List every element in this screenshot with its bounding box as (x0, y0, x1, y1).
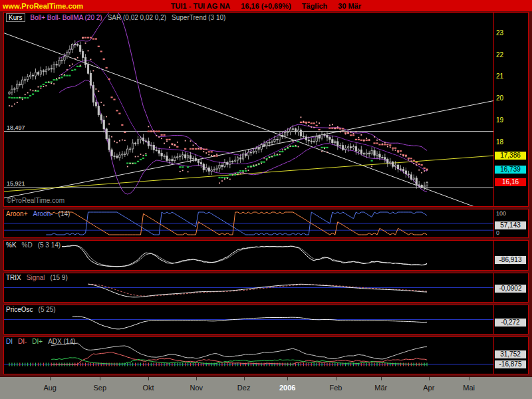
time-axis-tick (244, 377, 245, 380)
price-axis-label: 23 (496, 29, 503, 37)
adx-panel-labels: DIDI-DI+ADX (14) (6, 338, 75, 345)
indicator-label[interactable]: Boll+ Boll- BollMA (20 2) (31, 14, 102, 21)
price-axis-label: 18 (496, 138, 503, 146)
indicator-label[interactable]: SuperTrend (3 10) (172, 14, 225, 21)
brand-link[interactable]: www.ProRealTime.com (3, 2, 83, 10)
stochastic-axis[interactable]: -86,913 (493, 241, 528, 270)
axis-label: 0 (496, 229, 499, 236)
indicator-label[interactable]: Signal (27, 274, 45, 281)
indicator-label[interactable]: (14) (59, 210, 70, 217)
year-label: 2006 (279, 384, 295, 392)
price-badge: 16,739 (495, 166, 526, 174)
indicator-label[interactable]: DI- (18, 338, 27, 345)
aroon-canvas[interactable] (4, 209, 493, 237)
price-axis[interactable]: 23222120191817,38616,73916,16 (493, 13, 528, 206)
indicator-label[interactable]: TRIX (6, 274, 21, 281)
timeframe-label[interactable]: Täglich (302, 2, 328, 10)
time-axis-tick (50, 377, 51, 380)
axis-label: 100 (496, 210, 506, 217)
indicator-label[interactable]: %K (6, 241, 17, 249)
priceosc-canvas[interactable] (4, 305, 493, 334)
price-badge: 17,386 (495, 152, 526, 160)
time-axis-tick (429, 377, 430, 380)
value-badge: -0,272 (495, 319, 526, 327)
time-axis-tick (381, 377, 382, 380)
price-level-label: 18,497 (5, 124, 27, 131)
value-badge: -86,913 (495, 256, 526, 264)
price-chart-canvas[interactable] (4, 13, 493, 206)
price-axis-label: 22 (496, 51, 503, 59)
priceosc-axis[interactable]: -0,272 (493, 305, 528, 334)
indicator-label[interactable]: SAR (0,02 0,02 0,2) (108, 14, 166, 21)
priceosc-panel: -0,272 PriceOsc(5 25) (3, 305, 529, 334)
month-label: Dez (237, 384, 251, 392)
value-badge: -0,0902 (495, 285, 526, 293)
aroon-panel: 100057,143 Aroon+Aroon-(14) (3, 209, 529, 238)
aroon-axis[interactable]: 100057,143 (493, 209, 528, 237)
stochastic-panel-labels: %K%D(5 3 14) (6, 241, 61, 249)
price-axis-label: 20 (496, 94, 503, 102)
time-axis-tick (336, 377, 336, 380)
time-axis-tick (196, 377, 197, 380)
trix-axis[interactable]: -0,0902 (493, 273, 528, 302)
stochastic-canvas[interactable] (4, 241, 493, 270)
indicator-label[interactable]: DI+ (32, 338, 43, 345)
indicator-label[interactable]: (5 25) (39, 306, 56, 313)
priceosc-panel-labels: PriceOsc(5 25) (6, 306, 56, 313)
symbol-label: TUI1 - TUI AG NA (171, 2, 230, 10)
indicator-label[interactable]: ADX (14) (48, 338, 75, 345)
chart-stack: 23222120191817,38616,73916,16 Kurs Boll+… (0, 11, 532, 374)
indicator-label[interactable]: %D (22, 241, 33, 249)
month-label: Aug (43, 384, 57, 392)
price-level-label: 15,921 (5, 180, 27, 187)
price-badge: 16,16 (495, 178, 526, 186)
indicator-label[interactable]: DI (6, 338, 13, 345)
time-axis-tick (100, 377, 100, 380)
indicator-label[interactable]: PriceOsc (6, 306, 33, 313)
time-axis[interactable]: AugSepOktNovDez2006FebMärAprMai (0, 376, 532, 399)
month-label: Apr (423, 384, 434, 392)
time-axis-tick (287, 377, 288, 380)
trix-panel: -0,0902 TRIXSignal(15 9) (3, 273, 529, 303)
indicator-label[interactable]: Aroon+ (6, 210, 28, 217)
price-panel-labels: Kurs Boll+ Boll- BollMA (20 2)SAR (0,02 … (6, 13, 225, 22)
month-label: Sep (93, 384, 106, 392)
indicator-label[interactable]: (15 9) (51, 274, 68, 281)
date-label: 30 Mär (338, 2, 361, 10)
adx-canvas[interactable] (4, 337, 493, 374)
stochastic-panel: -86,913 %K%D(5 3 14) (3, 240, 529, 271)
price-axis-label: 21 (496, 72, 503, 80)
value-badge: 57,143 (495, 221, 526, 229)
adx-panel: 31,752-16,875 DIDI-DI+ADX (14) (3, 336, 529, 374)
month-label: Feb (330, 384, 342, 392)
price-axis-label: 19 (496, 116, 503, 124)
aroon-panel-labels: Aroon+Aroon-(14) (6, 210, 70, 217)
time-axis-tick (469, 377, 469, 380)
last-price-label: 16,16 (+0,69%) (241, 2, 291, 10)
month-label: Mär (374, 384, 387, 392)
value-badge: 31,752 (495, 350, 526, 358)
kurs-label[interactable]: Kurs (6, 13, 25, 22)
month-label: Nov (190, 384, 203, 392)
titlebar: www.ProRealTime.com TUI1 - TUI AG NA 16,… (0, 0, 532, 11)
month-label: Mai (463, 384, 475, 392)
trix-panel-labels: TRIXSignal(15 9) (6, 274, 68, 281)
indicator-label[interactable]: Aroon- (33, 210, 53, 217)
time-axis-tick (148, 377, 149, 380)
price-panel: 23222120191817,38616,73916,16 Kurs Boll+… (3, 12, 529, 207)
value-badge: -16,875 (495, 360, 526, 368)
month-label: Okt (143, 384, 154, 392)
indicator-label[interactable]: (5 3 14) (38, 241, 61, 249)
trix-canvas[interactable] (4, 273, 493, 302)
adx-axis[interactable]: 31,752-16,875 (493, 337, 528, 374)
watermark: ©ProRealTime.com (7, 197, 65, 204)
